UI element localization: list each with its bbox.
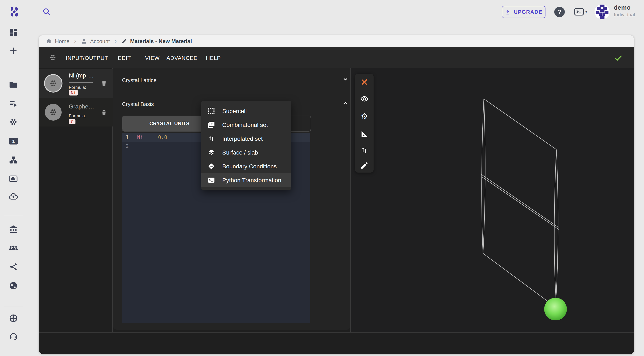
section-divider (113, 89, 350, 89)
logo-molecule-icon (9, 6, 20, 17)
material-item-ni[interactable]: Ni (mp-… Formula: Ni (39, 69, 113, 98)
crystal-basis-header[interactable]: Crystal Basis (122, 101, 154, 107)
directions-icon (208, 162, 215, 170)
breadcrumb: Home › Account › Materials - New Materia… (39, 35, 634, 47)
viewer-3d[interactable]: ⚙ i (350, 68, 634, 332)
material-item-graphene[interactable]: Graphe… Formula: C (39, 98, 113, 127)
chevron-down-icon[interactable] (342, 76, 349, 82)
material-avatar (45, 104, 62, 121)
crystal-lattice-header[interactable]: Crystal Lattice (122, 77, 156, 83)
bank-icon[interactable] (9, 224, 18, 234)
terminal-icon (208, 176, 215, 184)
line-number: 2 (124, 142, 129, 151)
advanced-dropdown-menu: Supercell Combinatorial set Interpolated… (201, 101, 292, 190)
tab-crystal-units-label: CRYSTAL UNITS (150, 121, 190, 126)
material-avatar (45, 75, 62, 92)
unit-badge-label: 1 (12, 139, 15, 144)
breadcrumb-separator: › (114, 38, 118, 44)
breadcrumb-home[interactable]: Home (46, 38, 70, 44)
formula-chip: C (69, 119, 76, 124)
menu-item-combinatorial-set[interactable]: Combinatorial set (201, 118, 292, 132)
help-button[interactable]: ? (554, 6, 565, 17)
breadcrumb-current-label: Materials - New Material (130, 38, 192, 44)
menu-edit[interactable]: EDIT (118, 55, 131, 61)
app-logo[interactable] (9, 6, 20, 17)
plus-icon[interactable] (9, 46, 18, 55)
app-stage: 1 UPGRADE ? ▾ demo Individual (0, 0, 644, 356)
upgrade-button[interactable]: UPGRADE (502, 6, 546, 18)
user-avatar[interactable] (594, 4, 610, 20)
console-menu-button[interactable]: ▾ (574, 7, 589, 16)
menu-item-label: Surface / slab (222, 149, 258, 156)
viewer-toolbar: ⚙ (355, 74, 374, 173)
team-icon[interactable] (9, 243, 18, 253)
menu-item-supercell[interactable]: Supercell (201, 104, 292, 118)
media-image-icon[interactable] (9, 174, 18, 183)
menu-item-python-transformation[interactable]: Python Transformation (201, 173, 292, 187)
materials-panel: Ni (mp-… Formula: Ni Graphe… Formula: C (39, 68, 113, 332)
unit-badge-icon[interactable]: 1 (9, 137, 18, 146)
menubar-molecule-icon (49, 54, 56, 62)
menu-item-surface-slab[interactable]: Surface / slab (201, 145, 292, 159)
breadcrumb-current: Materials - New Material (122, 38, 192, 44)
menu-item-label: Interpolated set (222, 135, 263, 142)
sidebar-divider (4, 307, 23, 307)
edit-pencil-icon (122, 38, 127, 44)
topbar: UPGRADE ? ▾ demo Individual (27, 0, 644, 23)
molecule-icon[interactable] (9, 118, 18, 127)
card-bottom-bar (39, 332, 634, 354)
cloud-upload-icon[interactable] (9, 192, 18, 201)
menu-item-label: Boundary Conditions (222, 163, 277, 170)
editor-menubar: INPUT/OUTPUT EDIT VIEW ADVANCED HELP (39, 47, 634, 68)
code-token-element: Ni (137, 133, 143, 142)
formula-chip: Ni (69, 90, 78, 96)
saved-check-icon (614, 53, 623, 62)
edit-pencil-icon[interactable] (360, 161, 368, 170)
designer-card: Home › Account › Materials - New Materia… (39, 35, 634, 354)
help-glyph: ? (558, 8, 561, 15)
globe-icon[interactable] (9, 281, 18, 290)
share-icon[interactable] (9, 262, 18, 271)
menu-help[interactable]: HELP (206, 55, 221, 61)
trash-icon[interactable] (100, 80, 107, 87)
breadcrumb-account[interactable]: Account (81, 38, 110, 44)
terminal-icon (574, 7, 584, 16)
workflow-icon[interactable] (9, 155, 18, 165)
playlist-run-icon[interactable] (9, 99, 18, 108)
measure-ruler-icon[interactable] (360, 130, 368, 138)
content-row: Ni (mp-… Formula: Ni Graphe… Formula: C (39, 68, 634, 332)
avatar-identicon (594, 4, 610, 20)
chevron-up-icon[interactable] (342, 100, 349, 106)
settings-gear-icon[interactable]: ⚙ (360, 112, 368, 120)
upload-icon (505, 9, 511, 15)
home-icon (46, 38, 52, 44)
search-icon[interactable] (42, 7, 51, 16)
helm-wheel-icon[interactable] (9, 314, 18, 323)
trash-icon[interactable] (100, 109, 107, 116)
menu-item-boundary-conditions[interactable]: Boundary Conditions (201, 159, 292, 173)
swap-vert-icon (208, 135, 215, 142)
user-plan: Individual (614, 12, 635, 17)
menu-advanced[interactable]: ADVANCED (166, 55, 198, 61)
sidebar: 1 (0, 0, 27, 356)
atom-ni (544, 298, 567, 320)
eye-icon[interactable] (360, 95, 368, 103)
folder-icon[interactable] (9, 80, 18, 89)
code-token-number: 0.0 (158, 133, 167, 142)
breadcrumb-separator: › (73, 38, 77, 44)
library-add-icon (208, 121, 215, 128)
swap-vert-icon[interactable] (360, 146, 368, 155)
breadcrumb-account-label: Account (90, 38, 110, 44)
line-number: 1 (124, 133, 129, 142)
dashboard-icon[interactable] (9, 28, 18, 37)
headset-icon[interactable] (9, 332, 18, 341)
user-name: demo (614, 4, 630, 11)
menu-view[interactable]: VIEW (145, 55, 160, 61)
material-title: Ni (mp-… (69, 72, 94, 79)
formula-label: Formula: (69, 113, 86, 118)
caret-down-icon: ▾ (585, 10, 587, 14)
menu-input-output[interactable]: INPUT/OUTPUT (66, 55, 108, 61)
close-icon[interactable] (360, 78, 368, 86)
menu-item-label: Python Transformation (222, 177, 281, 183)
menu-item-interpolated-set[interactable]: Interpolated set (201, 132, 292, 145)
